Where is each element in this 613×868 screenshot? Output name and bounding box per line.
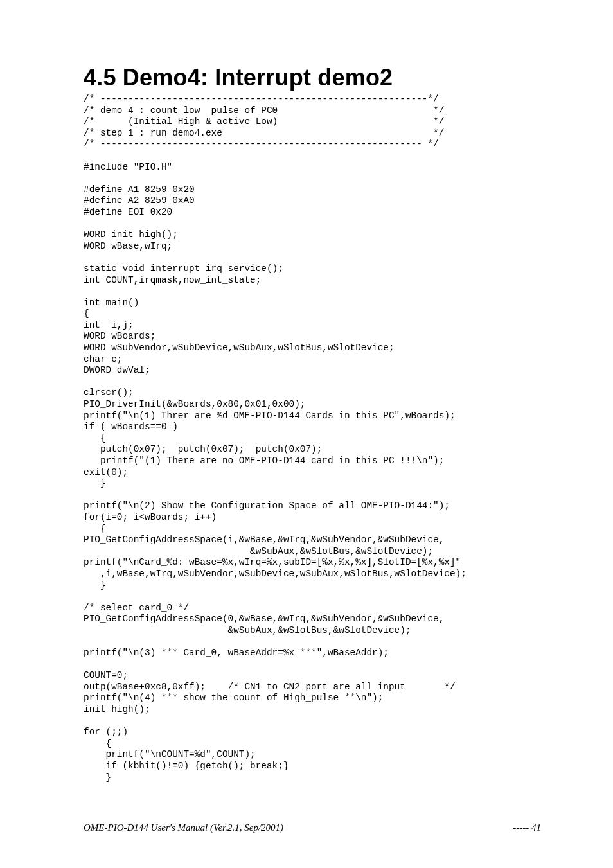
page-footer: OME-PIO-D144 User's Manual (Ver.2.1, Sep… [84,822,541,833]
code-listing: /* -------------------------------------… [84,94,541,783]
footer-left: OME-PIO-D144 User's Manual (Ver.2.1, Sep… [84,822,283,833]
page: 4.5 Demo4: Interrupt demo2 /* ----------… [0,0,613,868]
section-heading: 4.5 Demo4: Interrupt demo2 [84,64,541,91]
footer-right: ----- 41 [513,822,541,833]
